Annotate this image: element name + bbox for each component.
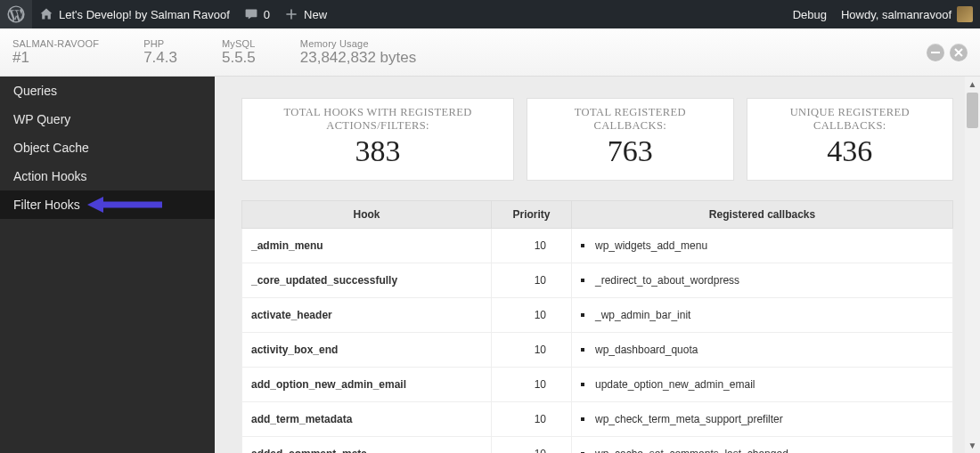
info-user: SALMAN-RAVOOF #1: [12, 38, 99, 67]
debug-label: Debug: [793, 8, 827, 21]
sidebar-item-filter-hooks[interactable]: Filter Hooks: [0, 190, 215, 219]
scroll-up-button[interactable]: ▲: [965, 77, 980, 92]
stats-row: TOTAL HOOKS WITH REGISTERED ACTIONS/FILT…: [215, 77, 980, 200]
info-user-label: SALMAN-RAVOOF: [12, 38, 99, 49]
hook-callbacks: wp_check_term_meta_support_prefilter: [572, 401, 953, 436]
hook-name: activity_box_end: [242, 332, 492, 367]
callback-name: wp_widgets_add_menu: [595, 239, 707, 252]
hook-priority: 10: [492, 436, 572, 453]
info-php-value: 7.4.3: [143, 49, 177, 67]
table-row: activate_header 10 _wp_admin_bar_init: [242, 297, 953, 332]
avatar: [957, 6, 973, 22]
new-label: New: [304, 8, 327, 21]
hooks-table: Hook Priority Registered callbacks _admi…: [241, 200, 953, 454]
hook-callbacks: _wp_admin_bar_init: [572, 297, 953, 332]
bullet-icon: [581, 244, 584, 247]
hook-name: add_term_metadata: [242, 401, 492, 436]
account-link[interactable]: Howdy, salmanravoof: [834, 0, 980, 28]
sidebar-item-label: Action Hooks: [13, 169, 86, 183]
table-row: add_term_metadata 10 wp_check_term_meta_…: [242, 401, 953, 436]
callback-name: _redirect_to_about_wordpress: [595, 274, 739, 287]
scroll-down-button[interactable]: ▼: [965, 438, 980, 453]
info-memory-label: Memory Usage: [300, 38, 416, 49]
callback-name: wp_dashboard_quota: [595, 344, 698, 356]
stat-unique-callbacks: UNIQUE REGISTERED CALLBACKS: 436: [747, 98, 953, 181]
table-row: added_comment_meta 10 wp_cache_set_comme…: [242, 436, 953, 453]
info-php-label: PHP: [143, 38, 177, 49]
stat-value: 436: [756, 133, 943, 171]
stat-value: 383: [251, 133, 504, 171]
callback-name: _wp_admin_bar_init: [595, 309, 690, 321]
info-php: PHP 7.4.3: [143, 38, 177, 67]
callback-name: wp_cache_set_comments_last_changed: [595, 448, 788, 454]
table-row: _core_updated_successfully 10 _redirect_…: [242, 263, 953, 297]
info-user-value: #1: [12, 49, 99, 67]
home-icon: [39, 7, 53, 21]
stat-total-callbacks: TOTAL REGISTERED CALLBACKS: 763: [527, 98, 733, 181]
info-mysql: MySQL 5.5.5: [222, 38, 256, 67]
wp-logo[interactable]: [0, 0, 32, 28]
sidebar-item-label: Object Cache: [13, 141, 89, 155]
minimize-button[interactable]: [927, 44, 944, 61]
stat-total-hooks: TOTAL HOOKS WITH REGISTERED ACTIONS/FILT…: [241, 98, 514, 181]
bullet-icon: [581, 279, 584, 282]
vertical-scrollbar[interactable]: ▲ ▼: [965, 77, 980, 453]
bullet-icon: [581, 383, 584, 386]
hook-priority: 10: [492, 332, 572, 367]
hook-callbacks: wp_widgets_add_menu: [572, 228, 953, 263]
annotation-arrow: [86, 195, 162, 214]
sidebar-item-queries[interactable]: Queries: [0, 77, 215, 105]
stat-label: UNIQUE REGISTERED CALLBACKS:: [756, 106, 943, 133]
stat-label: TOTAL REGISTERED CALLBACKS:: [536, 106, 723, 133]
col-callbacks[interactable]: Registered callbacks: [572, 200, 953, 228]
wordpress-icon: [7, 5, 25, 23]
table-row: add_option_new_admin_email 10 update_opt…: [242, 367, 953, 401]
minus-icon: [931, 48, 940, 57]
sidebar-item-label: WP Query: [13, 112, 70, 126]
main-panel: TOTAL HOOKS WITH REGISTERED ACTIONS/FILT…: [215, 77, 980, 453]
hook-priority: 10: [492, 367, 572, 401]
info-mysql-value: 5.5.5: [222, 49, 256, 67]
hook-callbacks: wp_cache_set_comments_last_changed: [572, 436, 953, 453]
comments-link[interactable]: 0: [237, 0, 277, 28]
hook-callbacks: _redirect_to_about_wordpress: [572, 263, 953, 297]
hook-priority: 10: [492, 401, 572, 436]
sidebar-item-object-cache[interactable]: Object Cache: [0, 133, 215, 162]
howdy-text: Howdy, salmanravoof: [841, 8, 951, 21]
sidebar-item-action-hooks[interactable]: Action Hooks: [0, 162, 215, 190]
sidebar: Queries WP Query Object Cache Action Hoo…: [0, 77, 215, 453]
hook-callbacks: wp_dashboard_quota: [572, 332, 953, 367]
close-icon: [954, 48, 963, 57]
bullet-icon: [581, 417, 584, 421]
scroll-thumb[interactable]: [967, 93, 978, 128]
site-title: Let's Develop! by Salman Ravoof: [59, 8, 230, 21]
site-link[interactable]: Let's Develop! by Salman Ravoof: [32, 0, 237, 28]
sidebar-item-label: Filter Hooks: [13, 198, 80, 212]
bullet-icon: [581, 313, 584, 317]
table-row: activity_box_end 10 wp_dashboard_quota: [242, 332, 953, 367]
hook-name: _admin_menu: [242, 228, 492, 263]
hook-name: added_comment_meta: [242, 436, 492, 453]
bullet-icon: [581, 348, 584, 352]
sidebar-item-wp-query[interactable]: WP Query: [0, 105, 215, 133]
new-link[interactable]: New: [277, 0, 334, 28]
info-mysql-label: MySQL: [222, 38, 256, 49]
col-hook[interactable]: Hook: [242, 200, 492, 228]
hook-priority: 10: [492, 228, 572, 263]
table-header-row: Hook Priority Registered callbacks: [242, 200, 953, 228]
hook-callbacks: update_option_new_admin_email: [572, 367, 953, 401]
comment-count: 0: [264, 8, 270, 21]
hook-name: add_option_new_admin_email: [242, 367, 492, 401]
info-memory: Memory Usage 23,842,832 bytes: [300, 38, 416, 67]
sidebar-item-label: Queries: [13, 84, 57, 98]
svg-rect-0: [931, 52, 940, 53]
callback-name: update_option_new_admin_email: [595, 378, 755, 391]
wp-admin-bar: Let's Develop! by Salman Ravoof 0 New De…: [0, 0, 980, 28]
env-info-strip: SALMAN-RAVOOF #1 PHP 7.4.3 MySQL 5.5.5 M…: [0, 28, 980, 77]
hook-priority: 10: [492, 263, 572, 297]
plus-icon: [284, 7, 298, 21]
close-button[interactable]: [950, 44, 968, 61]
debug-link[interactable]: Debug: [786, 0, 834, 28]
col-priority[interactable]: Priority: [492, 200, 572, 228]
hook-name: _core_updated_successfully: [242, 263, 492, 297]
